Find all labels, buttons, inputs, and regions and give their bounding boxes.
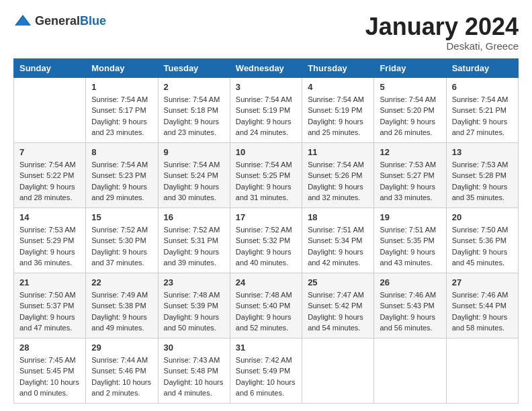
day-cell-2-4: 18Sunrise: 7:51 AMSunset: 5:34 PMDayligh… — [302, 208, 374, 273]
sunset-text: Sunset: 5:49 PM — [236, 367, 290, 375]
day-info: Sunrise: 7:54 AMSunset: 5:17 PMDaylight:… — [91, 94, 152, 138]
day-info: Sunrise: 7:51 AMSunset: 5:35 PMDaylight:… — [380, 224, 440, 269]
sunrise-text: Sunrise: 7:54 AM — [164, 95, 220, 103]
col-tuesday: Tuesday — [158, 58, 230, 77]
day-info: Sunrise: 7:54 AMSunset: 5:22 PMDaylight:… — [19, 159, 80, 203]
general-blue-logo-icon — [13, 13, 32, 28]
daylight-text: Daylight: 9 hours and 50 minutes. — [164, 313, 220, 332]
daylight-text: Daylight: 9 hours and 36 minutes. — [19, 248, 75, 267]
daylight-text: Daylight: 10 hours and 2 minutes. — [91, 378, 151, 398]
daylight-text: Daylight: 9 hours and 49 minutes. — [91, 313, 147, 332]
sunset-text: Sunset: 5:28 PM — [452, 171, 506, 179]
day-number: 25 — [308, 277, 368, 287]
day-info: Sunrise: 7:54 AMSunset: 5:20 PMDaylight:… — [380, 94, 440, 138]
day-number: 21 — [19, 277, 80, 287]
day-info: Sunrise: 7:54 AMSunset: 5:23 PMDaylight:… — [91, 159, 152, 203]
day-number: 11 — [308, 147, 368, 157]
month-title: January 2024 — [365, 13, 519, 40]
day-cell-0-5: 5Sunrise: 7:54 AMSunset: 5:20 PMDaylight… — [374, 77, 446, 142]
day-cell-4-3: 31Sunrise: 7:42 AMSunset: 5:49 PMDayligh… — [230, 338, 302, 403]
day-number: 19 — [380, 212, 440, 222]
day-cell-0-2: 2Sunrise: 7:54 AMSunset: 5:18 PMDaylight… — [158, 77, 230, 142]
daylight-text: Daylight: 9 hours and 29 minutes. — [91, 183, 147, 202]
daylight-text: Daylight: 9 hours and 52 minutes. — [236, 313, 292, 332]
sunset-text: Sunset: 5:22 PM — [19, 171, 74, 179]
daylight-text: Daylight: 9 hours and 56 minutes. — [380, 313, 435, 332]
day-number: 14 — [19, 212, 80, 222]
col-thursday: Thursday — [302, 58, 374, 77]
day-cell-1-4: 11Sunrise: 7:54 AMSunset: 5:26 PMDayligh… — [302, 142, 374, 208]
sunrise-text: Sunrise: 7:49 AM — [91, 291, 148, 299]
day-cell-0-4: 4Sunrise: 7:54 AMSunset: 5:19 PMDaylight… — [302, 77, 374, 142]
sunset-text: Sunset: 5:25 PM — [236, 171, 290, 179]
week-row-2: 7Sunrise: 7:54 AMSunset: 5:22 PMDaylight… — [14, 142, 519, 208]
sunrise-text: Sunrise: 7:54 AM — [236, 95, 292, 103]
sunrise-text: Sunrise: 7:54 AM — [164, 161, 220, 169]
day-cell-4-1: 29Sunrise: 7:44 AMSunset: 5:46 PMDayligh… — [86, 338, 158, 403]
calendar-header: Sunday Monday Tuesday Wednesday Thursday… — [14, 58, 519, 77]
sunset-text: Sunset: 5:48 PM — [164, 367, 218, 375]
day-cell-3-4: 25Sunrise: 7:47 AMSunset: 5:42 PMDayligh… — [302, 273, 374, 338]
day-info: Sunrise: 7:54 AMSunset: 5:21 PMDaylight:… — [452, 94, 513, 138]
sunset-text: Sunset: 5:35 PM — [380, 236, 434, 244]
daylight-text: Daylight: 9 hours and 23 minutes. — [91, 118, 147, 137]
sunrise-text: Sunrise: 7:47 AM — [308, 291, 364, 299]
day-cell-1-3: 10Sunrise: 7:54 AMSunset: 5:25 PMDayligh… — [230, 142, 302, 208]
col-wednesday: Wednesday — [230, 58, 302, 77]
sunrise-text: Sunrise: 7:51 AM — [308, 226, 364, 234]
daylight-text: Daylight: 9 hours and 23 minutes. — [164, 118, 220, 137]
sunset-text: Sunset: 5:37 PM — [19, 302, 74, 310]
sunset-text: Sunset: 5:38 PM — [91, 302, 146, 310]
sunrise-text: Sunrise: 7:53 AM — [452, 161, 508, 169]
daylight-text: Daylight: 9 hours and 31 minutes. — [236, 183, 292, 202]
day-number: 30 — [164, 342, 224, 353]
day-info: Sunrise: 7:46 AMSunset: 5:43 PMDaylight:… — [380, 289, 440, 334]
day-number: 6 — [452, 82, 513, 92]
day-cell-0-3: 3Sunrise: 7:54 AMSunset: 5:19 PMDaylight… — [230, 77, 302, 142]
sunrise-text: Sunrise: 7:54 AM — [19, 161, 76, 169]
day-cell-2-0: 14Sunrise: 7:53 AMSunset: 5:29 PMDayligh… — [14, 208, 86, 273]
sunrise-text: Sunrise: 7:50 AM — [452, 226, 508, 234]
daylight-text: Daylight: 10 hours and 6 minutes. — [236, 378, 296, 398]
day-number: 10 — [236, 147, 296, 157]
sunrise-text: Sunrise: 7:45 AM — [19, 356, 76, 364]
day-cell-4-0: 28Sunrise: 7:45 AMSunset: 5:45 PMDayligh… — [14, 338, 86, 403]
daylight-text: Daylight: 9 hours and 27 minutes. — [452, 118, 508, 137]
daylight-text: Daylight: 9 hours and 37 minutes. — [91, 248, 147, 267]
logo-general-text: GeneralBlue — [35, 14, 106, 28]
day-number: 17 — [236, 212, 296, 222]
day-cell-4-4 — [302, 338, 374, 403]
sunset-text: Sunset: 5:29 PM — [19, 236, 74, 244]
day-info: Sunrise: 7:51 AMSunset: 5:34 PMDaylight:… — [308, 224, 368, 269]
day-number: 22 — [91, 277, 152, 287]
sunrise-text: Sunrise: 7:42 AM — [236, 356, 292, 364]
day-number: 24 — [236, 277, 296, 287]
week-row-5: 28Sunrise: 7:45 AMSunset: 5:45 PMDayligh… — [14, 338, 519, 403]
day-info: Sunrise: 7:54 AMSunset: 5:18 PMDaylight:… — [164, 94, 224, 138]
day-number: 7 — [19, 147, 80, 157]
day-info: Sunrise: 7:52 AMSunset: 5:31 PMDaylight:… — [164, 224, 224, 269]
day-info: Sunrise: 7:44 AMSunset: 5:46 PMDaylight:… — [91, 355, 152, 399]
day-number: 9 — [164, 147, 224, 157]
day-cell-2-2: 16Sunrise: 7:52 AMSunset: 5:31 PMDayligh… — [158, 208, 230, 273]
day-number: 8 — [91, 147, 152, 157]
day-number: 20 — [452, 212, 513, 222]
sunrise-text: Sunrise: 7:53 AM — [380, 161, 436, 169]
day-number: 18 — [308, 212, 368, 222]
daylight-text: Daylight: 9 hours and 30 minutes. — [164, 183, 220, 202]
day-cell-1-2: 9Sunrise: 7:54 AMSunset: 5:24 PMDaylight… — [158, 142, 230, 208]
day-info: Sunrise: 7:53 AMSunset: 5:29 PMDaylight:… — [19, 224, 80, 269]
col-sunday: Sunday — [14, 58, 86, 77]
daylight-text: Daylight: 9 hours and 25 minutes. — [308, 118, 363, 137]
daylight-text: Daylight: 9 hours and 26 minutes. — [380, 118, 435, 137]
day-info: Sunrise: 7:50 AMSunset: 5:36 PMDaylight:… — [452, 224, 513, 269]
day-info: Sunrise: 7:48 AMSunset: 5:40 PMDaylight:… — [236, 289, 296, 334]
sunset-text: Sunset: 5:40 PM — [236, 302, 290, 310]
day-cell-2-1: 15Sunrise: 7:52 AMSunset: 5:30 PMDayligh… — [86, 208, 158, 273]
sunset-text: Sunset: 5:46 PM — [91, 367, 146, 375]
sunset-text: Sunset: 5:24 PM — [164, 171, 218, 179]
sunrise-text: Sunrise: 7:54 AM — [308, 161, 364, 169]
day-info: Sunrise: 7:47 AMSunset: 5:42 PMDaylight:… — [308, 289, 368, 334]
day-info: Sunrise: 7:54 AMSunset: 5:19 PMDaylight:… — [236, 94, 296, 138]
day-info: Sunrise: 7:50 AMSunset: 5:37 PMDaylight:… — [19, 289, 80, 334]
